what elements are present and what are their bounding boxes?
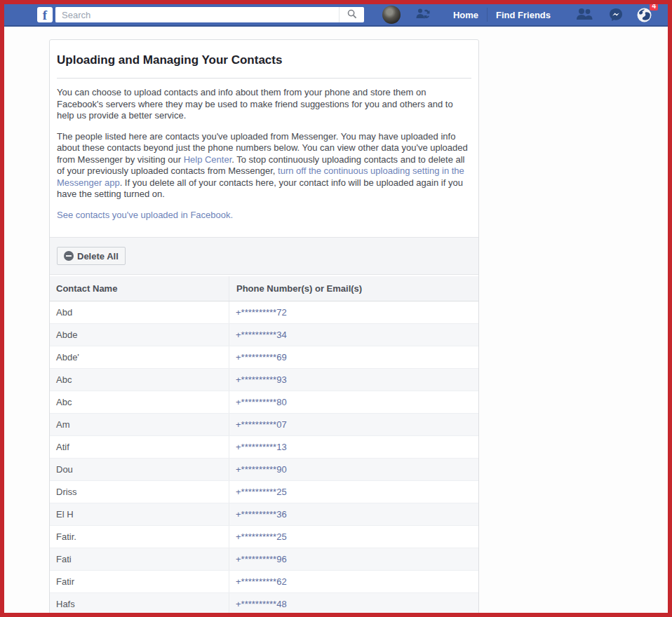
card-header: Uploading and Managing Your Contacts (50, 40, 478, 78)
contact-phone-cell: +**********62 (229, 571, 478, 592)
table-row: Abc+**********93 (50, 369, 478, 391)
table-header-row: Contact Name Phone Number(s) or Email(s) (50, 276, 478, 301)
table-row: Abc+**********80 (50, 391, 478, 414)
minus-circle-icon (64, 251, 74, 261)
search-bar (55, 7, 364, 22)
facebook-logo-letter: f (43, 8, 47, 22)
contact-name-cell: Dou (50, 459, 229, 480)
column-header-contact-name: Contact Name (50, 276, 229, 301)
navbar-right: Home Find Friends (410, 7, 659, 23)
table-row: Atif+**********13 (50, 436, 478, 459)
table-row: Abd+**********72 (50, 301, 478, 324)
table-row: Fati+**********96 (50, 548, 478, 571)
nav-link-home[interactable]: Home (445, 10, 487, 20)
contact-phone-cell: +**********93 (229, 369, 478, 391)
search-input[interactable] (55, 7, 339, 22)
see-uploaded-contacts-link[interactable]: See contacts you've uploaded in Facebook… (57, 210, 233, 220)
actions-section: Delete All (50, 237, 478, 275)
contact-name-cell: Abde (50, 324, 229, 346)
contact-name-cell: Fati (50, 548, 229, 570)
card-description: You can choose to upload contacts and in… (50, 79, 478, 233)
table-row: Driss+**********25 (50, 481, 478, 503)
friend-requests-icon[interactable] (570, 8, 598, 22)
contact-name-cell: Abc (50, 391, 229, 413)
contact-name-cell: Abd (50, 301, 229, 323)
contact-phone-cell: +**********34 (229, 324, 478, 346)
messenger-paragraph: The people listed here are contacts you'… (57, 131, 471, 201)
table-row: Dou+**********90 (50, 459, 478, 481)
search-button[interactable] (339, 7, 364, 22)
contact-phone-cell: +**********96 (229, 548, 478, 570)
search-icon (347, 9, 357, 21)
contact-phone-cell: +**********13 (229, 436, 478, 458)
table-row: Fatir.+**********25 (50, 526, 478, 548)
contact-phone-cell: +**********48 (229, 593, 478, 615)
table-row: Hafs+**********48 (50, 593, 478, 616)
notification-badge: 4 (650, 2, 658, 11)
intro-paragraph: You can choose to upload contacts and in… (57, 87, 471, 122)
delete-all-button[interactable]: Delete All (57, 247, 126, 265)
delete-all-label: Delete All (77, 251, 119, 262)
contact-name-cell: Driss (50, 481, 229, 503)
contact-name-cell: Atif (50, 436, 229, 458)
messenger-icon[interactable] (604, 7, 628, 22)
contact-name-cell: Abde' (50, 346, 229, 368)
contact-phone-cell: +**********36 (229, 503, 478, 525)
contact-phone-cell: +**********07 (229, 414, 478, 435)
contact-phone-cell: +**********90 (229, 459, 478, 480)
profile-avatar[interactable] (382, 6, 401, 24)
contact-name-cell: Am (50, 414, 229, 435)
contact-name-cell: Fatir. (50, 526, 229, 548)
contact-name-cell: Fatir (50, 571, 229, 592)
table-row: Am+**********07 (50, 414, 478, 436)
contacts-card: Uploading and Managing Your Contacts You… (49, 39, 479, 617)
page-content: Uploading and Managing Your Contacts You… (4, 27, 668, 617)
contact-phone-cell: +**********25 (229, 526, 478, 548)
help-center-link[interactable]: Help Center (184, 154, 232, 165)
contact-name-cell: El H (50, 503, 229, 525)
contact-name-cell: Abc (50, 369, 229, 391)
contact-phone-cell: +**********25 (229, 481, 478, 503)
table-row: El H+**********36 (50, 503, 478, 526)
contact-sync-icon[interactable] (410, 8, 435, 22)
facebook-logo[interactable]: f (37, 7, 53, 22)
column-header-phone: Phone Number(s) or Email(s) (229, 276, 478, 301)
page-title: Uploading and Managing Your Contacts (57, 53, 471, 67)
table-row: Abde+**********34 (50, 324, 478, 346)
contact-name-cell: Hafs (50, 593, 229, 615)
contact-phone-cell: +**********80 (229, 391, 478, 413)
contact-phone-cell: +**********72 (229, 301, 478, 323)
contact-phone-cell: +**********69 (229, 346, 478, 368)
contacts-table: Contact Name Phone Number(s) or Email(s)… (50, 275, 478, 617)
table-row: Fatir+**********62 (50, 571, 478, 593)
nav-link-find-friends[interactable]: Find Friends (488, 10, 559, 20)
notifications-globe-icon[interactable]: 4 (632, 7, 657, 23)
table-row: Abde'+**********69 (50, 346, 478, 369)
table-body: Abd+**********72Abde+**********34Abde'+*… (50, 301, 478, 617)
top-navbar: f Home Find Friends (4, 4, 668, 27)
page-frame: f Home Find Friends (0, 0, 672, 617)
